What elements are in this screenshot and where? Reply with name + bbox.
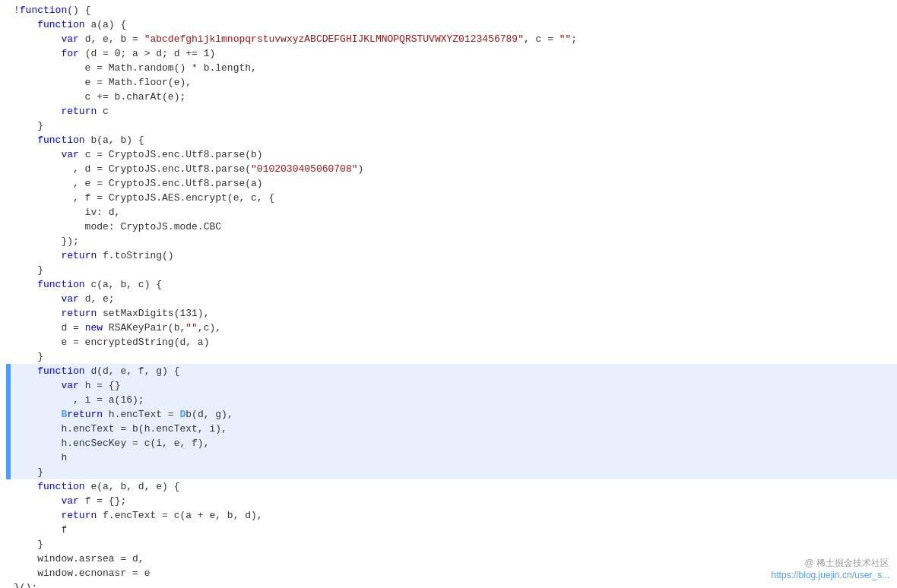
line-content: function c(a, b, c) { <box>12 277 897 292</box>
line-marker <box>6 436 11 450</box>
code-line: var h = {} <box>6 378 897 393</box>
code-line: return setMaxDigits(131), <box>6 306 897 321</box>
line-content: h.encSecKey = c(i, e, f), <box>12 436 897 450</box>
code-line: } <box>6 465 897 479</box>
line-marker <box>6 407 11 422</box>
line-content: }); <box>12 234 897 248</box>
code-line: h.encText = b(h.encText, i), <box>6 422 897 436</box>
watermark-line1: @ 稀土掘金技术社区 <box>772 557 889 570</box>
code-line: d = new RSAKeyPair(b,"",c), <box>6 321 897 335</box>
line-content: mode: CryptoJS.mode.CBC <box>12 220 897 234</box>
code-line: function a(a) { <box>6 17 897 32</box>
code-area: !function() { function a(a) { var d, e, … <box>0 3 897 588</box>
line-content: h <box>12 450 897 465</box>
code-line: var f = {}; <box>6 494 897 508</box>
code-line: e = Math.random() * b.length, <box>6 61 897 75</box>
line-content: return c <box>12 104 897 119</box>
line-content: var d, e; <box>12 292 897 306</box>
line-marker <box>6 450 11 465</box>
code-line: return c <box>6 104 897 119</box>
code-line: function b(a, b) { <box>6 133 897 147</box>
code-line: function e(a, b, d, e) { <box>6 479 897 494</box>
code-line: var c = CryptoJS.enc.Utf8.parse(b) <box>6 147 897 162</box>
line-content: e = Math.floor(e), <box>12 75 897 90</box>
code-line: h.encSecKey = c(i, e, f), <box>6 436 897 450</box>
code-line: c += b.charAt(e); <box>6 90 897 104</box>
line-marker <box>6 465 11 479</box>
code-line: var d, e, b = "abcdefghijklmnopqrstuvwxy… <box>6 32 897 46</box>
line-content: , d = CryptoJS.enc.Utf8.parse("010203040… <box>12 162 897 176</box>
line-content: !function() { <box>12 3 897 17</box>
line-content: var d, e, b = "abcdefghijklmnopqrstuvwxy… <box>12 32 897 46</box>
line-content: function e(a, b, d, e) { <box>12 479 897 494</box>
line-content: iv: d, <box>12 205 897 220</box>
code-line: , i = a(16); <box>6 393 897 407</box>
line-content: , i = a(16); <box>12 393 897 407</box>
code-line: window.ecnonasr = e <box>6 566 897 580</box>
code-line: Breturn h.encText = Db(d, g), <box>6 407 897 422</box>
code-line: mode: CryptoJS.mode.CBC <box>6 220 897 234</box>
code-line: e = Math.floor(e), <box>6 75 897 90</box>
line-marker <box>6 364 11 378</box>
line-content: window.asrsea = d, <box>12 552 897 566</box>
code-line: } <box>6 537 897 552</box>
code-line: }); <box>6 234 897 248</box>
line-content: e = Math.random() * b.length, <box>12 61 897 75</box>
line-content: } <box>12 349 897 364</box>
code-line: return f.encText = c(a + e, b, d), <box>6 508 897 523</box>
line-marker <box>6 393 11 407</box>
line-content: } <box>12 465 897 479</box>
code-line: for (d = 0; a > d; d += 1) <box>6 46 897 61</box>
line-content: } <box>12 263 897 277</box>
line-content: var h = {} <box>12 378 897 393</box>
line-content: return f.toString() <box>12 248 897 263</box>
line-content: var c = CryptoJS.enc.Utf8.parse(b) <box>12 147 897 162</box>
code-line: h <box>6 450 897 465</box>
code-line: } <box>6 263 897 277</box>
line-content: }(); <box>12 580 897 588</box>
line-content: h.encText = b(h.encText, i), <box>12 422 897 436</box>
line-content: Breturn h.encText = Db(d, g), <box>12 407 897 422</box>
code-line: , f = CryptoJS.AES.encrypt(e, c, { <box>6 191 897 205</box>
line-content: return setMaxDigits(131), <box>12 306 897 321</box>
code-line: window.asrsea = d, <box>6 552 897 566</box>
line-content: , e = CryptoJS.enc.Utf8.parse(a) <box>12 176 897 191</box>
line-content: window.ecnonasr = e <box>12 566 897 580</box>
code-line: function c(a, b, c) { <box>6 277 897 292</box>
code-line: f <box>6 523 897 537</box>
code-line: function d(d, e, f, g) { <box>6 364 897 378</box>
watermark-line2: https://blog.juejin.cn/user_s... <box>772 570 889 580</box>
line-content: function a(a) { <box>12 17 897 32</box>
code-line: , d = CryptoJS.enc.Utf8.parse("010203040… <box>6 162 897 176</box>
line-content: function b(a, b) { <box>12 133 897 147</box>
line-content: var f = {}; <box>12 494 897 508</box>
line-marker <box>6 378 11 393</box>
line-content: , f = CryptoJS.AES.encrypt(e, c, { <box>12 191 897 205</box>
line-content: } <box>12 119 897 133</box>
code-line: } <box>6 349 897 364</box>
line-content: c += b.charAt(e); <box>12 90 897 104</box>
code-container: !function() { function a(a) { var d, e, … <box>0 0 897 588</box>
code-line: e = encryptedString(d, a) <box>6 335 897 349</box>
code-line: !function() { <box>6 3 897 17</box>
code-line: return f.toString() <box>6 248 897 263</box>
code-line: var d, e; <box>6 292 897 306</box>
line-content: return f.encText = c(a + e, b, d), <box>12 508 897 523</box>
line-content: d = new RSAKeyPair(b,"",c), <box>12 321 897 335</box>
line-content: function d(d, e, f, g) { <box>12 364 897 378</box>
line-content: for (d = 0; a > d; d += 1) <box>12 46 897 61</box>
code-line: iv: d, <box>6 205 897 220</box>
code-line: , e = CryptoJS.enc.Utf8.parse(a) <box>6 176 897 191</box>
code-line: } <box>6 119 897 133</box>
line-marker <box>6 422 11 436</box>
watermark: @ 稀土掘金技术社区 https://blog.juejin.cn/user_s… <box>772 557 889 580</box>
code-line: }(); <box>6 580 897 588</box>
line-content: e = encryptedString(d, a) <box>12 335 897 349</box>
line-content: f <box>12 523 897 537</box>
line-content: } <box>12 537 897 552</box>
